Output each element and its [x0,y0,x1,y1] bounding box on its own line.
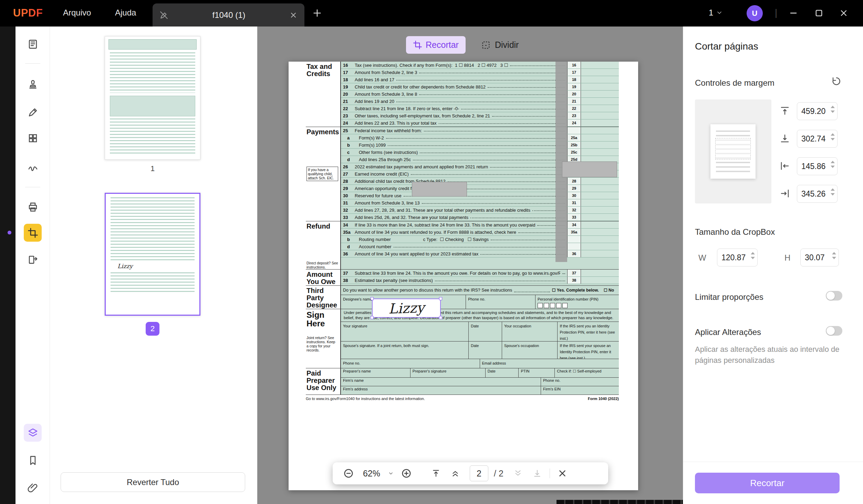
document-tab[interactable]: f1040 (1) [153,3,304,27]
preview-crop-region [715,138,751,159]
crop-region-overlay[interactable] [562,161,617,177]
edit-pen-icon[interactable] [24,103,42,121]
form-line: 16Tax (see instructions). Check if any f… [341,62,619,69]
stepper-down[interactable] [831,193,835,196]
form-line: 38Estimated tax penalty (see instruction… [341,277,619,284]
page-thumbnail-1[interactable] [105,36,200,160]
form-line: 22Subtract line 21 from line 18. If zero… [341,105,619,112]
close-window-icon[interactable] [839,8,849,18]
stepper-up[interactable] [831,133,835,136]
form-line: 36Amount of line 34 you want applied to … [341,250,619,258]
panel-title: Cortar páginas [695,41,758,52]
cropbox-height-input[interactable] [800,249,839,266]
zoom-dropdown-icon[interactable] [388,470,394,476]
stepper-up[interactable] [832,252,836,254]
stepper-up[interactable] [831,188,835,191]
height-label: H [784,253,790,263]
attachment-icon[interactable] [24,479,42,497]
limit-proportions-toggle[interactable] [826,291,842,301]
stepper-up[interactable] [751,252,755,254]
form-section-note: Direct deposit? See instructions. [306,261,338,269]
minimize-icon[interactable] [789,8,798,18]
form-line: 21Add lines 19 and 2021 [341,98,619,105]
margin-right-input[interactable] [797,185,838,203]
form-line: Do you want to allow another person to d… [341,286,619,295]
signature-icon[interactable] [24,158,42,176]
crop-tool-icon[interactable] [24,224,42,242]
avatar[interactable]: U [747,5,763,21]
convert-icon[interactable] [24,251,42,269]
menu-ajuda[interactable]: Ajuda [115,8,136,18]
tab-title: f1040 (1) [168,10,289,20]
stepper-down[interactable] [831,138,835,140]
selection-handle[interactable] [439,297,442,300]
crop-mode-button[interactable]: Recortar [406,36,466,54]
page-number-input[interactable]: 2 [470,465,488,481]
next-page-icon[interactable] [511,466,525,481]
form-line: 20Amount from Schedule 3, line 820 [341,91,619,98]
crop-action-button[interactable]: Recortar [695,473,840,493]
stamp-icon[interactable] [24,75,42,93]
crop-icon [413,40,422,50]
form-line: bRouting number c Type: ☐ Checking ☐ Sav… [341,236,619,243]
margin-top-input[interactable] [797,102,838,120]
margin-left-input[interactable] [797,157,838,175]
current-page-badge: 2 [146,322,159,336]
selection-handle[interactable] [371,316,374,319]
margin-top-icon [780,106,791,117]
zoom-in-icon[interactable] [399,466,413,481]
new-feature-dot [8,231,11,234]
apply-changes-toggle[interactable] [826,326,842,336]
form-line: dAccount number [341,243,619,250]
organize-pages-icon[interactable] [24,129,42,147]
zoom-level[interactable]: 62% [361,469,382,479]
page-thumbnail-2[interactable]: Lizzy [105,193,200,316]
form-line: aForm(s) W-225a [341,134,619,141]
reader-icon[interactable] [24,35,42,53]
preview-page [710,124,756,179]
layers-icon[interactable] [24,424,42,442]
revert-all-button[interactable]: Reverter Tudo [61,472,245,492]
menu-arquivo[interactable]: Arquivo [63,8,91,18]
form-section: RefundDirect deposit? See instructions.3… [306,221,619,270]
background-window-artifact [557,500,683,504]
readonly-pencil-icon [159,11,168,20]
print-icon[interactable] [24,198,42,216]
form-line: 28Additional child tax credit from Sched… [341,178,619,185]
stepper-down[interactable] [832,257,836,259]
maximize-icon[interactable] [814,8,824,18]
toolbar-divider [550,469,550,478]
tab-close-icon[interactable] [289,11,298,19]
selection-handle[interactable] [371,297,374,300]
stepper-down[interactable] [831,166,835,168]
new-tab-icon[interactable] [312,8,323,19]
form-line: 34If line 33 is more than line 24, subtr… [341,221,619,229]
margin-bottom-input[interactable] [797,130,838,148]
first-page-icon[interactable] [429,466,443,481]
stepper-up[interactable] [831,106,835,108]
selection-handle[interactable] [439,316,442,319]
stepper-up[interactable] [831,161,835,163]
reset-margins-icon[interactable] [831,76,842,87]
form-section-label: Amount You Owe [306,270,340,285]
close-toolbar-icon[interactable] [555,466,569,481]
stepper-down[interactable] [831,111,835,113]
chevron-down-icon [716,9,723,16]
page-number-label: 1 [105,164,200,173]
window-count-dropdown[interactable]: 1 [709,8,723,18]
form-line: 33Add lines 25d, 26, and 32. These are y… [341,214,619,221]
cropbox-width-input[interactable] [717,249,758,266]
crop-region-overlay[interactable] [412,182,467,197]
apply-changes-label: Aplicar Alterações [695,327,761,337]
thumbnail-panel: 1 Lizzy 2 Reverter Tudo [50,27,257,504]
split-mode-button[interactable]: Dividir [481,36,519,54]
form-line: 37Subtract line 33 from line 24. This is… [341,270,619,277]
zoom-out-icon[interactable] [342,466,355,481]
margin-right-icon [780,188,791,199]
bookmark-icon[interactable] [24,451,42,469]
form-section-sign-here: Sign Here Joint return? See instructions… [306,309,619,368]
signature-field[interactable]: Lizzy [372,298,441,318]
previous-page-icon[interactable] [448,466,462,481]
stepper-down[interactable] [751,257,755,259]
last-page-icon[interactable] [530,466,544,481]
